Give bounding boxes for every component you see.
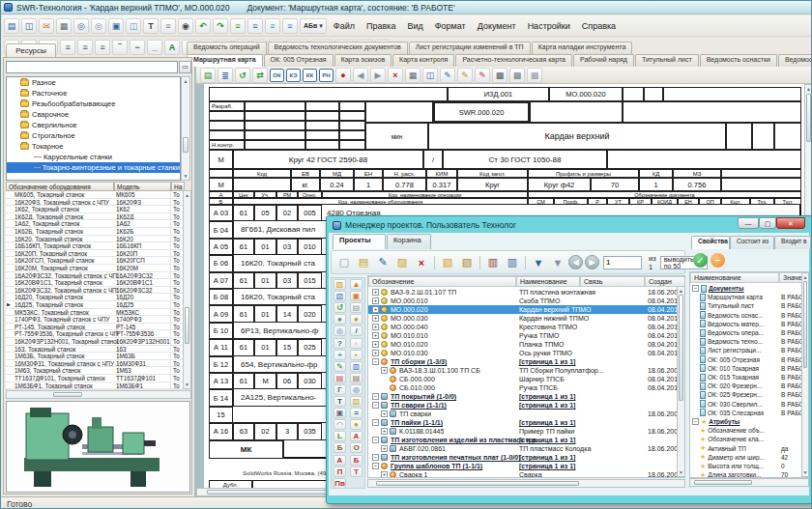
- case-dropdown[interactable]: АБв ▾: [300, 18, 327, 34]
- property-row[interactable]: Лист регистраци...В РАБОТЕ: [690, 346, 809, 354]
- collapse-icon[interactable]: −: [372, 463, 379, 469]
- collapse-icon[interactable]: −: [692, 285, 699, 292]
- equipment-row[interactable]: 16К20М, Токарный станок16К20МТо: [6, 265, 183, 272]
- rc-op-cell[interactable]: 3: [276, 423, 298, 439]
- property-row[interactable]: ОК: 015 ТокарнаяВ РАБОТЕ: [690, 373, 809, 382]
- rc-op-cell[interactable]: 61: [233, 239, 254, 255]
- project-list-hscrollbar[interactable]: [367, 479, 685, 488]
- state-icon[interactable]: ●: [335, 68, 351, 83]
- menu-Правка[interactable]: Правка: [361, 21, 401, 31]
- rc-sign-cell[interactable]: [339, 140, 365, 150]
- rc-sign-cell[interactable]: [245, 111, 305, 121]
- property-row[interactable]: ★Диаметр или шир...42: [690, 453, 809, 462]
- rc-op-cell[interactable]: 035: [298, 423, 322, 439]
- rc-sign-cell[interactable]: [339, 101, 365, 111]
- find-icon[interactable]: ◉: [178, 18, 193, 34]
- tab-resources[interactable]: Ресурсы: [6, 43, 56, 58]
- expand-icon[interactable]: +: [372, 350, 379, 356]
- tree-item[interactable]: Строгальное: [7, 130, 180, 141]
- approve-pencil-icon[interactable]: ✎: [457, 68, 473, 83]
- property-row[interactable]: Ведомость техно...В РАБОТЕ: [690, 337, 809, 346]
- collapse-icon[interactable]: −: [372, 402, 379, 409]
- property-row[interactable]: Ведомость опера...В РАБОТЕ: [690, 328, 809, 337]
- rc-op-cell[interactable]: 005: [298, 205, 322, 221]
- minimize-button[interactable]: —: [738, 217, 759, 229]
- rc-op-cell[interactable]: 01: [254, 339, 276, 355]
- rc-sign-cell[interactable]: [245, 121, 305, 130]
- rc-value[interactable]: кг.: [291, 178, 320, 191]
- tree-item[interactable]: Сверлильное: [7, 120, 180, 130]
- calc-icon[interactable]: ▩: [492, 68, 508, 83]
- expand-icon[interactable]: +: [372, 289, 379, 296]
- equipment-row[interactable]: МК605, Токарный станокМК605То: [6, 191, 183, 199]
- norm-icon[interactable]: ▩: [527, 68, 542, 83]
- nav-forward-icon[interactable]: ▶: [370, 68, 386, 83]
- align-center-icon[interactable]: ≡: [77, 40, 93, 55]
- property-row[interactable]: −★Атрибуты: [690, 417, 809, 426]
- property-row[interactable]: ОК: 020 Фрезерн...В РАБОТЕ: [690, 382, 809, 390]
- rc-op-cell[interactable]: 06: [276, 373, 298, 389]
- rc-op-cell[interactable]: 63: [233, 423, 254, 439]
- project-row[interactable]: СБ.000.000Шарнир ТПСБ08.04.2014 1: [368, 375, 678, 383]
- rc-sign-cell[interactable]: [305, 101, 339, 111]
- rc-value[interactable]: Круг: [457, 178, 528, 191]
- check-document-icon[interactable]: ▤: [200, 68, 216, 83]
- tab-ОК: 005 Отрезная[interactable]: ОК: 005 Отрезная: [264, 54, 334, 67]
- rc-sign-cell[interactable]: [305, 121, 339, 130]
- side-tool-icon[interactable]: /: [350, 325, 362, 336]
- equipment-row[interactable]: 16К20ВФ1С1, Токарный станок16К20ВФ1С1То: [6, 279, 183, 287]
- line-bottom-icon[interactable]: _: [147, 40, 162, 55]
- tree-item[interactable]: Токарное: [7, 141, 180, 152]
- btn-rn[interactable]: РН: [319, 69, 334, 82]
- rc-sign-cell[interactable]: [339, 111, 365, 121]
- equipment-row[interactable]: 16А20Ф3С32, Токарный станок с ЧПУ16А20Ф3…: [6, 272, 183, 280]
- tree-item[interactable]: Карусельные станки: [7, 152, 180, 162]
- menu-Настройки[interactable]: Настройки: [522, 21, 576, 31]
- project-row[interactable]: +ТП сварки18.06.2008 1: [368, 410, 678, 418]
- tab-Ведомость технологических документов[interactable]: Ведомость технологических документов: [268, 42, 408, 54]
- side-tool-icon[interactable]: ▤: [350, 302, 362, 313]
- font-bigger-icon[interactable]: А: [164, 40, 180, 55]
- rc-op-cell[interactable]: 14: [276, 305, 298, 322]
- maximize-button[interactable]: ▢: [759, 217, 776, 229]
- rc-nkontr[interactable]: Н.контр.: [209, 140, 245, 150]
- side-tool-icon[interactable]: ▣: [334, 408, 346, 418]
- side-tool-icon[interactable]: ✎: [334, 361, 346, 372]
- rc-op-cell[interactable]: 61: [233, 373, 254, 389]
- project-row[interactable]: +К.01188.01445Пример ТП пайки18.06.2008 …: [368, 427, 678, 436]
- rc-op-cell[interactable]: М: [254, 373, 276, 389]
- close-button[interactable]: ✕: [776, 217, 805, 229]
- rc-sign-cell[interactable]: [245, 101, 305, 111]
- manager-tab-Корзина[interactable]: Корзина: [387, 234, 431, 249]
- rc-value[interactable]: 0.778: [383, 178, 426, 191]
- equipment-row[interactable]: 1М63, Токарный станок1М63То: [6, 367, 183, 375]
- side-tool-icon[interactable]: О: [350, 442, 362, 453]
- property-row[interactable]: ★Активный ТПда: [690, 444, 809, 453]
- property-row[interactable]: Титульный листВ РАБОТЕ: [690, 301, 809, 310]
- expand-icon[interactable]: +: [372, 324, 379, 330]
- expand-icon[interactable]: +: [372, 306, 379, 313]
- project-row[interactable]: −ТП изготовления изделий из пластмасс и …: [368, 436, 678, 444]
- rc-op-cell[interactable]: 02: [276, 205, 298, 221]
- project-row[interactable]: +ВАЗ-18.3.Ш.01.100 ТП СБТП Сборки Полупл…: [368, 366, 678, 375]
- equipment-row[interactable]: 1А62, Токарный станок1А62То: [6, 220, 183, 228]
- property-row[interactable]: ОК: 025 Фрезерн...В РАБОТЕ: [690, 390, 809, 399]
- page-number-input[interactable]: [603, 256, 642, 269]
- filter-apply-icon[interactable]: ▼: [530, 254, 547, 271]
- tree-scrollbar[interactable]: ▲▼: [181, 76, 190, 181]
- side-tool-icon[interactable]: ▫: [350, 338, 362, 349]
- rc-sign-cell[interactable]: [209, 121, 245, 130]
- equipment-row[interactable]: МК53КС, Токарный станокМК53КСТо: [6, 309, 183, 317]
- project-row[interactable]: +МО.010.010Ручка ТПМО08.04.2014 1: [368, 331, 678, 340]
- side-tool-icon[interactable]: П: [334, 467, 346, 477]
- rc-value[interactable]: 0.24: [320, 178, 354, 191]
- tab-Ведомость материалов (ТП)[interactable]: Ведомость материалов (ТП): [778, 54, 812, 67]
- new-document-icon[interactable]: ▤: [4, 18, 19, 34]
- cancel-pencil-icon[interactable]: ✎: [475, 68, 490, 83]
- property-row[interactable]: ОК: 005 ОтрезнаяВ РАБОТЕ: [690, 355, 809, 364]
- property-row[interactable]: ★Обозначение объ...: [690, 426, 809, 435]
- project-row[interactable]: −Группа шаблонов ТП (1-1/1)[страница 1 и…: [368, 462, 678, 470]
- equipment-row[interactable]: 16К20Ф3С32, Токарный станок с ЧПУ16К20Ф3…: [6, 287, 183, 295]
- expand-icon[interactable]: +: [372, 332, 379, 339]
- update-doc-icon[interactable]: ⇄: [252, 68, 268, 83]
